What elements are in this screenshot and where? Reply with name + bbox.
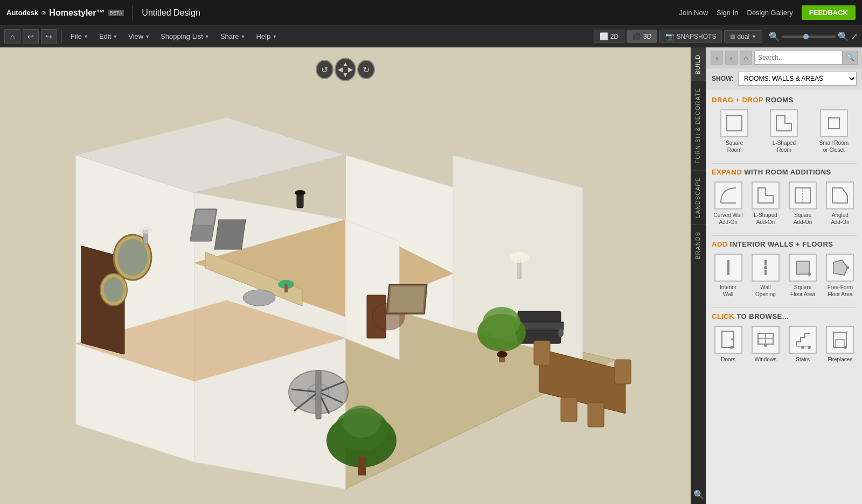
- panel-search-button[interactable]: 🔍: [843, 51, 858, 65]
- design-gallery-link[interactable]: Design Gallery: [747, 9, 793, 17]
- section-browse: CLICK TO BROWSE...: [712, 312, 857, 320]
- stairs-icon-box: [789, 326, 817, 354]
- magnify-plus-icon: 🔍: [838, 32, 849, 41]
- square-addon-icon-box: [789, 181, 817, 209]
- section-drag-drop: DRAG + DROP ROOMS: [712, 96, 857, 104]
- windows-item[interactable]: Windows: [749, 326, 782, 363]
- svg-point-42: [483, 307, 520, 337]
- l-shaped-room-item[interactable]: L-ShapedRoom: [761, 109, 807, 153]
- svg-marker-74: [833, 260, 847, 275]
- svg-rect-48: [561, 397, 577, 422]
- l-shaped-addon-item[interactable]: L-ShapedAdd-On: [749, 181, 782, 226]
- rotate-right-button[interactable]: ↻: [357, 60, 375, 79]
- camera-icon: 📷: [665, 32, 674, 40]
- shopping-menu-arrow: ▼: [205, 34, 210, 39]
- pan-control[interactable]: ▲ ▼ ◀ ▶: [335, 58, 356, 81]
- undo-button[interactable]: ↩: [23, 29, 39, 44]
- 2d-view-button[interactable]: ⬜ 2D: [594, 30, 624, 43]
- shopping-list-menu-button[interactable]: Shopping List ▼: [156, 30, 214, 43]
- home-button[interactable]: ⌂: [4, 29, 20, 44]
- dual-button[interactable]: ▥ dual ▼: [724, 30, 762, 43]
- wall-opening-icon: [755, 257, 776, 278]
- right-panel: ‹ › ⌂ 🔍 SHOW: ROOMS, WALLS & AREAS ALL F…: [706, 47, 862, 504]
- tab-furnish[interactable]: FURNISH & DECORATE: [691, 81, 706, 170]
- freeform-floor-icon: [829, 257, 851, 278]
- file-menu-arrow: ▼: [84, 34, 88, 39]
- zoom-thumb: [803, 34, 809, 39]
- redo-button[interactable]: ↪: [41, 29, 57, 44]
- help-menu-button[interactable]: Help ▼: [252, 30, 281, 43]
- interior-wall-item[interactable]: InteriorWall: [712, 254, 745, 298]
- top-nav: Join Now Sign In Design Gallery FEEDBACK: [679, 5, 856, 20]
- redo-icon: ↪: [46, 32, 52, 41]
- edit-menu-button[interactable]: Edit ▼: [95, 30, 122, 43]
- add-rest: INTERIOR WALLS + FLOORS: [730, 240, 833, 248]
- drag-drop-highlight: DRAG + DROP: [712, 96, 766, 104]
- click-highlight: CLICK: [712, 312, 736, 320]
- windows-icon-box: [752, 326, 780, 354]
- canvas[interactable]: ↺ ▲ ▼ ◀ ▶ ↻: [0, 47, 691, 504]
- tab-brands[interactable]: BRANDS: [691, 225, 706, 266]
- freeform-floor-item[interactable]: Free-FormFloor Area: [824, 254, 857, 298]
- show-select[interactable]: ROOMS, WALLS & AREAS ALL FLOORS ONLY WAL…: [738, 72, 857, 86]
- logo: Autodesk ® Homestyler™ BETA: [6, 8, 124, 18]
- view-mode-group: ⬜ 2D ⬛ 3D 📷 SNAPSHOTS ▥ dual ▼ 🔍 🔍: [594, 30, 858, 43]
- svg-point-58: [343, 405, 380, 438]
- magnify-minus-icon: 🔍: [769, 32, 780, 41]
- svg-rect-31: [316, 370, 321, 419]
- share-menu-button[interactable]: Share ▼: [216, 30, 250, 43]
- file-menu-button[interactable]: File ▼: [66, 30, 93, 43]
- fireplaces-item[interactable]: Fireplaces: [824, 326, 857, 363]
- view-menu-button[interactable]: View ▼: [124, 30, 154, 43]
- tab-landscape[interactable]: LANDSCAPE: [691, 170, 706, 225]
- fullscreen-button[interactable]: ⤢: [851, 31, 858, 41]
- 3d-icon: ⬛: [632, 32, 641, 40]
- sign-in-link[interactable]: Sign In: [717, 9, 738, 17]
- zoom-in-button[interactable]: 🔍: [838, 31, 849, 41]
- stairs-item[interactable]: Stairs: [787, 326, 819, 363]
- rotate-left-button[interactable]: ↺: [316, 60, 333, 79]
- 3d-view-button[interactable]: ⬛ 3D: [627, 30, 657, 43]
- divider-1: [712, 163, 857, 164]
- svg-point-51: [295, 190, 305, 195]
- small-room-item[interactable]: Small Roomor Closet: [811, 109, 857, 153]
- interior-wall-icon: [718, 257, 739, 278]
- square-room-item[interactable]: SquareRoom: [712, 109, 757, 153]
- l-shaped-addon-label: L-ShapedAdd-On: [754, 212, 777, 226]
- zoom-slider[interactable]: [782, 36, 836, 38]
- expand-highlight: EXPAND: [712, 168, 744, 176]
- fireplaces-icon: [829, 329, 851, 351]
- stairs-label: Stairs: [796, 356, 810, 363]
- square-floor-item[interactable]: SquareFloor Area: [787, 254, 819, 298]
- rotate-right-icon: ↻: [363, 65, 370, 75]
- panel-content: DRAG + DROP ROOMS SquareRoom: [706, 89, 862, 504]
- doors-item[interactable]: Doors: [712, 326, 745, 363]
- interior-wall-icon-box: [714, 254, 742, 282]
- angled-addon-item[interactable]: AngledAdd-On: [824, 181, 857, 226]
- square-addon-item[interactable]: SquareAdd-On: [787, 181, 819, 226]
- panel-forward-button[interactable]: ›: [725, 51, 738, 65]
- panel-search-input[interactable]: [754, 51, 843, 65]
- wall-opening-item[interactable]: WallOpening: [749, 254, 782, 298]
- feedback-button[interactable]: FEEDBACK: [802, 5, 856, 20]
- pan-left-icon: ◀: [338, 66, 343, 73]
- curved-wall-icon-box: [714, 181, 742, 209]
- logo-beta: BETA: [108, 10, 124, 16]
- join-now-link[interactable]: Join Now: [679, 9, 708, 17]
- search-icon: 🔍: [846, 54, 854, 61]
- snapshots-button[interactable]: 📷 SNAPSHOTS: [659, 30, 722, 43]
- square-room-icon-box: [720, 109, 748, 137]
- small-room-icon: [823, 113, 845, 134]
- curved-wall-item[interactable]: Curved WallAdd-On: [712, 181, 745, 226]
- zoom-out-button[interactable]: 🔍: [769, 31, 780, 41]
- panel-back-button[interactable]: ‹: [711, 51, 723, 65]
- title-bar: Autodesk ® Homestyler™ BETA Untitled Des…: [0, 0, 862, 26]
- panel-home-button[interactable]: ⌂: [740, 51, 752, 65]
- tab-build[interactable]: BUILD: [691, 47, 706, 81]
- logo-dot: ®: [41, 10, 46, 16]
- l-shaped-room-icon: [773, 113, 795, 134]
- svg-point-84: [801, 346, 804, 349]
- logo-homestyler: Homestyler™: [49, 8, 105, 18]
- pan-right-icon: ▶: [348, 66, 353, 73]
- 2d-icon: ⬜: [600, 32, 608, 40]
